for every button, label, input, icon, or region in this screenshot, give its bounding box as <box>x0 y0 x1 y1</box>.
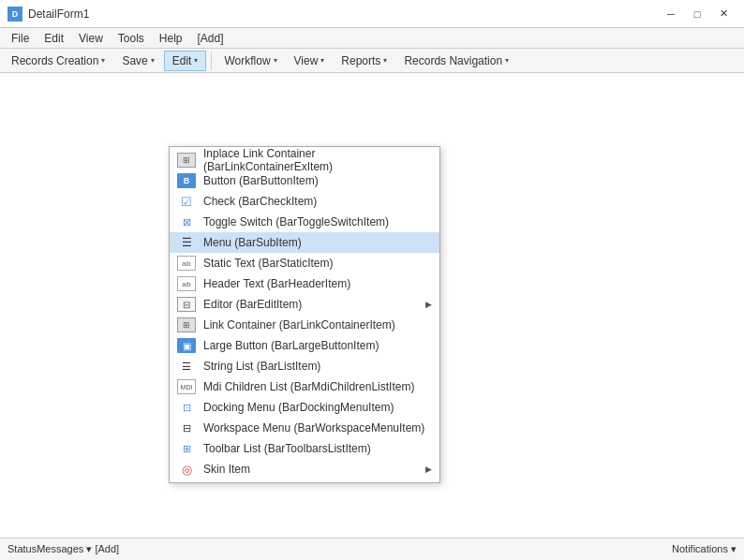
string-list-icon: ☰ <box>177 359 196 374</box>
button-label: Button (BarButtonItem) <box>203 174 432 187</box>
editor-icon: ⊟ <box>177 297 196 312</box>
menu-item-header-text[interactable]: ab Header Text (BarHeaderItem) <box>170 273 439 294</box>
close-button[interactable]: ✕ <box>710 5 737 23</box>
menu-file[interactable]: File <box>4 28 37 48</box>
toolbar-save[interactable]: Save ▾ <box>114 51 161 71</box>
window-controls: ─ □ ✕ <box>658 5 737 23</box>
skin-submenu-arrow: ▶ <box>425 464 432 474</box>
toggle-switch-icon: ⊠ <box>177 214 196 229</box>
menu-add[interactable]: [Add] <box>190 28 231 48</box>
menu-item-button[interactable]: B Button (BarButtonItem) <box>170 170 439 191</box>
skin-icon: ◎ <box>177 462 196 477</box>
docking-menu-label: Docking Menu (BarDockingMenuItem) <box>203 401 432 414</box>
toolbar-records-creation[interactable]: Records Creation ▾ <box>4 51 112 71</box>
app-icon: D <box>7 7 22 22</box>
minimize-button[interactable]: ─ <box>658 5 684 23</box>
menu-tools[interactable]: Tools <box>111 28 152 48</box>
toolbar-sep-1 <box>211 52 212 69</box>
toolbar-records-navigation[interactable]: Records Navigation ▾ <box>396 51 516 71</box>
string-list-label: String List (BarListItem) <box>203 360 432 373</box>
menu-icon: ☰ <box>177 235 196 250</box>
editor-label: Editor (BarEditItem) <box>203 298 418 311</box>
editor-submenu-arrow: ▶ <box>425 300 432 309</box>
menu-item-toggle-switch[interactable]: ⊠ Toggle Switch (BarToggleSwitchItem) <box>170 212 439 232</box>
toolbar-workflow[interactable]: Workflow ▾ <box>216 51 284 71</box>
large-button-label: Large Button (BarLargeButtonItem) <box>203 339 432 352</box>
docking-menu-icon: ⊡ <box>177 400 196 415</box>
menu-item-skin[interactable]: ◎ Skin Item ▶ <box>170 459 439 479</box>
records-creation-arrow: ▾ <box>101 56 105 65</box>
toggle-switch-label: Toggle Switch (BarToggleSwitchItem) <box>203 215 432 228</box>
check-icon: ☑ <box>177 194 196 209</box>
toolbar-reports[interactable]: Reports ▾ <box>334 51 394 71</box>
button-icon: B <box>177 173 196 188</box>
reports-arrow: ▾ <box>383 56 387 65</box>
menu-item-static-text[interactable]: ab Static Text (BarStaticItem) <box>170 253 439 273</box>
static-text-icon: ab <box>177 256 196 271</box>
records-nav-arrow: ▾ <box>505 56 509 65</box>
toolbar-view[interactable]: View ▾ <box>287 51 333 71</box>
header-text-label: Header Text (BarHeaderItem) <box>203 277 432 290</box>
edit-arrow: ▾ <box>194 56 198 65</box>
main-content: ⊞ Inplace Link Container (BarLinkContain… <box>0 73 744 538</box>
menu-edit[interactable]: Edit <box>37 28 71 48</box>
inplace-link-icon: ⊞ <box>177 153 196 168</box>
title-bar: D DetailForm1 ─ □ ✕ <box>0 0 744 28</box>
toolbar-list-label: Toolbar List (BarToolbarsListItem) <box>203 442 432 455</box>
menu-item-menu[interactable]: ☰ Menu (BarSubItem) <box>170 232 439 253</box>
static-text-label: Static Text (BarStaticItem) <box>203 257 432 270</box>
link-container-label: Link Container (BarLinkContainerItem) <box>203 318 432 332</box>
view-arrow: ▾ <box>320 56 324 65</box>
menu-bar: File Edit View Tools Help [Add] <box>0 28 744 49</box>
menu-item-large-button[interactable]: ▣ Large Button (BarLargeButtonItem) <box>170 335 439 356</box>
menu-item-editor[interactable]: ⊟ Editor (BarEditItem) ▶ <box>170 294 439 315</box>
inplace-link-label: Inplace Link Container (BarLinkContainer… <box>203 147 432 173</box>
toolbar-list-icon: ⊞ <box>177 441 196 456</box>
menu-view[interactable]: View <box>71 28 111 48</box>
header-text-icon: ab <box>177 276 196 291</box>
workflow-arrow: ▾ <box>274 56 277 65</box>
menu-item-check[interactable]: ☑ Check (BarCheckItem) <box>170 191 439 212</box>
menu-item-mdi-children[interactable]: MDI Mdi Children List (BarMdiChildrenLis… <box>170 376 439 397</box>
menu-item-toolbar-list[interactable]: ⊞ Toolbar List (BarToolbarsListItem) <box>170 438 439 459</box>
save-arrow: ▾ <box>151 56 155 65</box>
menu-help[interactable]: Help <box>152 28 190 48</box>
skin-label: Skin Item <box>203 463 418 476</box>
menu-item-docking-menu[interactable]: ⊡ Docking Menu (BarDockingMenuItem) <box>170 397 439 418</box>
check-label: Check (BarCheckItem) <box>203 195 432 208</box>
menu-item-inplace-link[interactable]: ⊞ Inplace Link Container (BarLinkContain… <box>170 150 439 170</box>
edit-dropdown-menu: ⊞ Inplace Link Container (BarLinkContain… <box>169 146 440 483</box>
status-messages[interactable]: StatusMessages ▾ [Add] <box>7 543 119 555</box>
title-bar-left: D DetailForm1 <box>7 7 89 22</box>
main-toolbar: Records Creation ▾ Save ▾ Edit ▾ Workflo… <box>0 49 744 73</box>
toolbar-edit[interactable]: Edit ▾ <box>164 51 207 71</box>
workspace-menu-label: Workspace Menu (BarWorkspaceMenuItem) <box>203 421 432 435</box>
window-title: DetailForm1 <box>28 7 89 21</box>
large-button-icon: ▣ <box>177 338 196 353</box>
menu-item-workspace-menu[interactable]: ⊟ Workspace Menu (BarWorkspaceMenuItem) <box>170 418 439 438</box>
menu-item-link-container[interactable]: ⊞ Link Container (BarLinkContainerItem) <box>170 315 439 335</box>
menu-item-string-list[interactable]: ☰ String List (BarListItem) <box>170 356 439 376</box>
mdi-children-label: Mdi Children List (BarMdiChildrenListIte… <box>203 380 432 393</box>
status-bar: StatusMessages ▾ [Add] Notifications ▾ <box>0 538 744 560</box>
maximize-button[interactable]: □ <box>684 5 710 23</box>
link-container-icon: ⊞ <box>177 317 196 332</box>
menu-label: Menu (BarSubItem) <box>203 236 432 249</box>
notifications[interactable]: Notifications ▾ <box>672 543 737 555</box>
mdi-children-icon: MDI <box>177 379 196 394</box>
workspace-menu-icon: ⊟ <box>177 420 196 435</box>
